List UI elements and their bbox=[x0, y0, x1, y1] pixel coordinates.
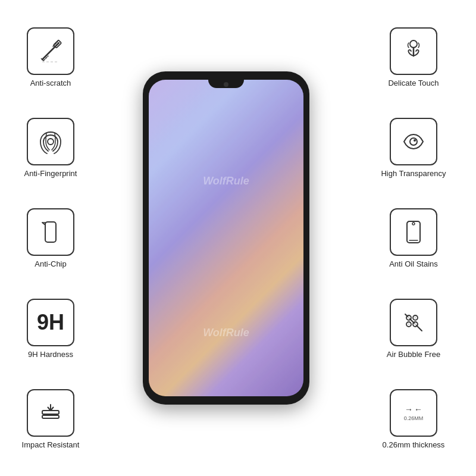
svg-point-12 bbox=[410, 138, 417, 145]
feature-anti-oil: Anti Oil Stains bbox=[389, 208, 438, 268]
impact-icon bbox=[37, 400, 64, 426]
svg-point-15 bbox=[412, 223, 415, 225]
svg-line-0 bbox=[42, 43, 59, 60]
feature-delicate-touch: Delicate Touch bbox=[388, 27, 439, 87]
svg-point-6 bbox=[48, 139, 54, 145]
feature-anti-scratch: Anti-scratch bbox=[27, 27, 74, 87]
phone-screen: WolfRule WolfRule bbox=[149, 80, 303, 396]
delicate-touch-icon-box bbox=[390, 27, 437, 75]
phone-oil-icon bbox=[400, 219, 427, 245]
anti-scratch-label: Anti-scratch bbox=[30, 79, 71, 87]
hardness-icon-box: 9H bbox=[27, 299, 74, 346]
bubble-icon bbox=[400, 309, 427, 336]
svg-rect-9 bbox=[42, 415, 59, 418]
svg-point-23 bbox=[414, 317, 416, 319]
svg-point-24 bbox=[408, 323, 410, 325]
anti-scratch-icon-box bbox=[27, 27, 74, 75]
glass-tint bbox=[149, 80, 303, 396]
anti-chip-label: Anti-Chip bbox=[35, 259, 66, 268]
transparency-icon-box bbox=[390, 118, 437, 165]
anti-oil-icon-box bbox=[390, 208, 437, 256]
impact-label: Impact Resistant bbox=[22, 440, 80, 449]
phone-camera bbox=[224, 82, 228, 87]
feature-anti-chip: Anti-Chip bbox=[27, 208, 74, 268]
watermark-bottom: WolfRule bbox=[203, 327, 249, 339]
anti-chip-icon-box bbox=[27, 208, 74, 256]
svg-point-11 bbox=[410, 40, 417, 48]
anti-fingerprint-label: Anti-Fingerprint bbox=[24, 169, 77, 178]
chip-icon bbox=[37, 219, 64, 245]
thickness-icon-box: → ← 0.26MM bbox=[390, 389, 437, 437]
svg-point-22 bbox=[408, 317, 410, 319]
feature-thickness: → ← 0.26MM 0.26mm thickness bbox=[383, 389, 445, 449]
anti-fingerprint-icon-box bbox=[27, 118, 74, 165]
impact-icon-box bbox=[27, 389, 74, 437]
arrow-left: → bbox=[405, 405, 413, 414]
main-layout: Anti-scratch Anti-Fingerprint bbox=[0, 0, 476, 476]
svg-point-25 bbox=[414, 323, 416, 325]
left-features-column: Anti-scratch Anti-Fingerprint bbox=[0, 0, 101, 476]
air-bubble-icon-box bbox=[390, 299, 437, 346]
touch-icon bbox=[400, 38, 427, 64]
svg-point-13 bbox=[414, 139, 416, 142]
svg-rect-7 bbox=[45, 222, 56, 242]
phone-mockup: WolfRule WolfRule bbox=[143, 71, 309, 405]
arrow-right: ← bbox=[414, 405, 422, 414]
anti-oil-label: Anti Oil Stains bbox=[389, 259, 438, 268]
feature-anti-fingerprint: Anti-Fingerprint bbox=[24, 118, 77, 178]
feature-impact-resistant: Impact Resistant bbox=[22, 389, 80, 449]
feature-9h-hardness: 9H 9H Hardness bbox=[27, 299, 74, 359]
air-bubble-label: Air Bubble Free bbox=[387, 350, 440, 359]
right-features-column: Delicate Touch High Transparency bbox=[351, 0, 476, 476]
fingerprint-icon bbox=[37, 129, 64, 155]
thickness-arrows: → ← bbox=[405, 405, 422, 414]
watermark-top: WolfRule bbox=[203, 175, 249, 187]
delicate-touch-label: Delicate Touch bbox=[388, 79, 439, 87]
transparency-label: High Transparency bbox=[381, 169, 446, 178]
feature-high-transparency: High Transparency bbox=[381, 118, 446, 178]
feature-air-bubble: Air Bubble Free bbox=[387, 299, 440, 359]
phone-body: WolfRule WolfRule bbox=[143, 71, 309, 405]
thickness-label: 0.26mm thickness bbox=[383, 440, 445, 449]
hardness-label: 9H Hardness bbox=[28, 350, 73, 359]
thickness-measurement: 0.26MM bbox=[404, 415, 424, 421]
phone-display-area: WolfRule WolfRule bbox=[101, 0, 351, 476]
scratch-icon bbox=[37, 38, 64, 64]
hardness-value: 9H bbox=[37, 310, 64, 335]
eye-icon bbox=[400, 129, 427, 155]
